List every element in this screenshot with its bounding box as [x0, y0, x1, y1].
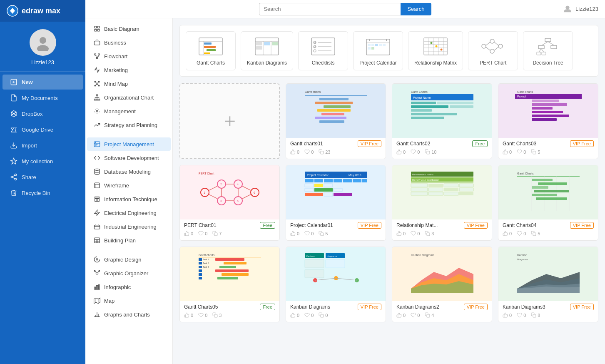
sidebar-item-google-drive[interactable]: Google Drive: [2, 122, 83, 137]
like-icon: [290, 149, 296, 155]
sec-sidebar-strategy[interactable]: Strategy and Planning: [87, 118, 171, 132]
svg-rect-157: [411, 109, 432, 112]
diagram-card-gantt05[interactable]: Gantt charts Task 1 Task 2 Task 3: [179, 247, 280, 322]
svg-rect-221: [411, 182, 473, 183]
svg-text:2: 2: [220, 183, 222, 186]
template-card-kanban-diagrams[interactable]: Kanban Diagrams: [241, 31, 293, 70]
sec-sidebar-electrical-eng[interactable]: Electrical Engineering: [87, 206, 171, 219]
sec-label-map: Map: [104, 298, 115, 304]
sec-sidebar-business[interactable]: Business: [87, 36, 171, 49]
sec-sidebar-management[interactable]: Management: [87, 105, 171, 118]
svg-text:Project: Project: [517, 95, 526, 98]
sec-sidebar-marketing[interactable]: Marketing: [87, 63, 171, 77]
sec-sidebar-map[interactable]: Map: [87, 294, 171, 307]
search-input[interactable]: [259, 3, 401, 15]
template-card-pert-chart[interactable]: PERT Chart: [468, 31, 518, 70]
template-card-gantt-charts[interactable]: Gantt Charts: [186, 31, 236, 70]
badge-relmatrix01: VIP Free: [464, 222, 488, 229]
sec-label-project-management: Project Management: [104, 141, 154, 147]
diagram-card-gantt01[interactable]: Gantt charts Gantt: [286, 83, 386, 159]
diagram-card-kanban03[interactable]: Kanban Diagrams Kanban Diagrams3 VI: [498, 247, 598, 322]
svg-rect-19: [95, 26, 97, 28]
sec-sidebar-industrial-eng[interactable]: Industrial Engineering: [87, 220, 171, 233]
search-button[interactable]: Search: [401, 3, 431, 15]
svg-point-61: [99, 270, 100, 272]
svg-rect-159: [411, 117, 444, 119]
diagram-thumb-gantt01: Gantt charts: [286, 84, 386, 138]
sidebar-item-my-documents[interactable]: My Documents: [2, 90, 83, 105]
sec-sidebar-graphs-charts[interactable]: Graphs and Charts: [87, 308, 171, 321]
diagram-name-calendar01: Project Calendar01: [290, 222, 333, 228]
sec-sidebar-basic-diagram[interactable]: Basic Diagram: [87, 22, 171, 35]
diagram-card-gantt02[interactable]: Gantt Charts Project Name: [392, 83, 492, 159]
sec-sidebar-project-management[interactable]: Project Management: [87, 137, 171, 151]
sec-label-graphic-design: Graphic Design: [104, 257, 142, 263]
svg-line-30: [97, 82, 98, 83]
sec-sidebar-mind-map[interactable]: Mind Map: [87, 77, 171, 90]
sidebar-item-recycle-bin[interactable]: Recycle Bin: [2, 185, 83, 200]
diagram-info-kanban03: Kanban Diagrams3 VIP Free 0 0 8: [498, 301, 598, 322]
sec-sidebar-info-technique[interactable]: Information Technique: [87, 192, 171, 206]
template-card-project-calendar[interactable]: Project Calendar: [353, 31, 403, 70]
svg-text:Diagrams: Diagrams: [517, 258, 528, 261]
sec-sidebar-infographic[interactable]: Infographic: [87, 280, 171, 294]
svg-rect-211: [334, 188, 342, 192]
copy-icon5: [319, 231, 324, 236]
diagram-card-kanban01[interactable]: Kanban diagrams: [286, 247, 386, 322]
sidebar-item-my-collection[interactable]: My collection: [2, 154, 83, 169]
svg-rect-212: [305, 193, 323, 196]
diagram-name-kanban02: Kanban Diagrams2: [396, 304, 439, 310]
sidebar-item-import[interactable]: Import: [2, 138, 83, 153]
template-card-relationship-matrix[interactable]: Relationship Matrix: [408, 31, 463, 70]
diagram-info-calendar01: Project Calendar01 VIP Free 0 0 5: [286, 219, 386, 240]
diagram-card-relmatrix01[interactable]: Relationship matrix Review your dashboar…: [392, 165, 492, 241]
logo[interactable]: edraw max: [0, 0, 85, 22]
share-icon: [10, 173, 17, 181]
avatar-icon: [35, 34, 51, 51]
sec-sidebar-graphic-organizer[interactable]: Graphic Organizer: [87, 267, 171, 280]
sec-sidebar-org-chart[interactable]: Organizational Chart: [87, 91, 171, 104]
diagram-stats-pert01: 0 0 7: [184, 231, 275, 236]
diagram-card-kanban02[interactable]: Kanban Diagrams Kanban Diagrams2 VIP Fre…: [392, 247, 492, 322]
sec-sidebar-graphic-design[interactable]: Graphic Design: [87, 253, 171, 266]
app-name: edraw max: [22, 7, 60, 15]
svg-point-117: [436, 45, 438, 47]
template-card-checklists[interactable]: Checklists: [298, 31, 348, 70]
sidebar-item-new[interactable]: New: [2, 75, 83, 90]
sec-label-software-dev: Software Development: [104, 155, 159, 161]
svg-text:Gantt charts: Gantt charts: [305, 90, 321, 93]
sidebar-label-import: Import: [22, 142, 37, 149]
diagram-card-gantt03[interactable]: Gantt charts Project: [498, 83, 598, 159]
svg-rect-105: [368, 47, 371, 50]
diagram-card-new[interactable]: [179, 83, 280, 159]
diagram-name-relmatrix01: Relationship Mat...: [396, 222, 438, 228]
graphic-design-icon: [94, 256, 100, 263]
svg-rect-36: [98, 99, 100, 100]
sec-sidebar-database-modeling[interactable]: Database Modeling: [87, 165, 171, 178]
sec-sidebar-building-plan[interactable]: Building Plan: [87, 234, 171, 247]
svg-rect-252: [199, 258, 202, 261]
svg-rect-86: [256, 46, 262, 50]
sidebar-item-share[interactable]: Share: [2, 170, 83, 184]
my-documents-icon: [10, 94, 17, 102]
diagram-info-row-gantt01: Gantt charts01 VIP Free: [290, 140, 381, 147]
gantt-charts-icon-container: [198, 36, 223, 57]
diagram-info-kanban01: Kanban Diagrams VIP Free 0 0 0: [286, 301, 386, 322]
template-card-decision-tree[interactable]: Decision Tree: [523, 31, 573, 70]
sec-sidebar-software-dev[interactable]: Software Development: [87, 151, 171, 165]
svg-text:Kanban: Kanban: [517, 254, 527, 257]
decision-tree-icon-container: [535, 36, 560, 57]
sec-sidebar-flowchart[interactable]: Flowchart: [87, 50, 171, 63]
diagram-info-gantt03: Gantt Charts03 VIP Free 0 0 5: [498, 138, 598, 159]
svg-rect-153: [411, 102, 436, 104]
svg-point-42: [96, 110, 98, 112]
sidebar-item-dropbox[interactable]: DropBox: [2, 106, 83, 121]
wireframe-icon: [94, 182, 100, 189]
diagram-card-calendar01[interactable]: Project Calendar May 2019: [286, 165, 386, 241]
svg-rect-169: [532, 115, 569, 117]
sec-sidebar-wireframe[interactable]: Wireframe: [87, 179, 171, 192]
svg-rect-156: [450, 105, 473, 108]
diagram-card-gantt04[interactable]: Gantt Charts: [498, 165, 598, 241]
svg-rect-267: [214, 314, 217, 317]
diagram-card-pert01[interactable]: PERT Chart 1 2 3 4 5 6: [179, 165, 280, 241]
